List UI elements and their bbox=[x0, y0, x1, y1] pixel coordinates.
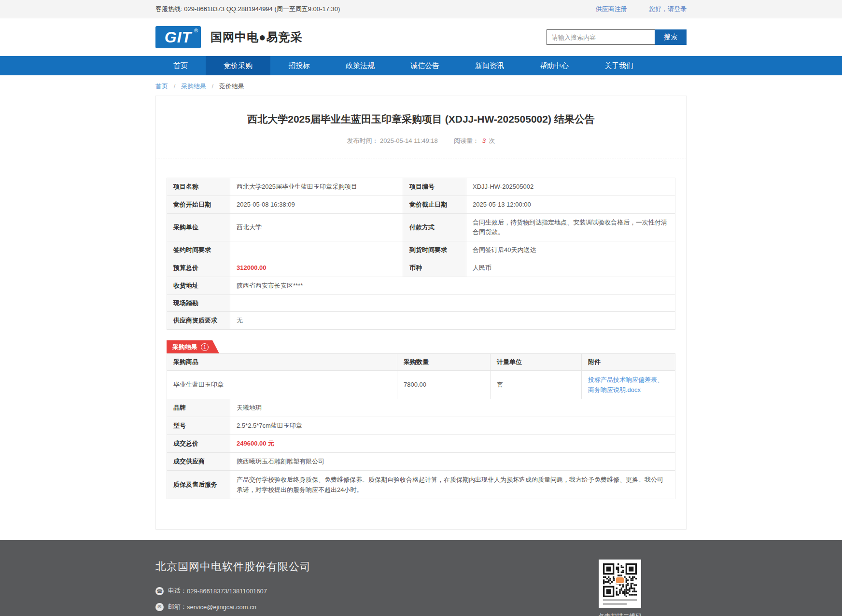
publish-time-value: 2025-05-14 11:49:18 bbox=[380, 137, 438, 144]
phone-label: 电话： bbox=[168, 587, 187, 595]
attachment-link[interactable]: 投标产品技术响应偏差表、商务响应说明.docx bbox=[588, 376, 663, 393]
search-bar: 搜索 bbox=[547, 29, 687, 45]
attr-value: 天曦地玥 bbox=[230, 399, 675, 417]
announcement-meta: 发布时间： 2025-05-14 11:49:18 阅读量： 3 次 bbox=[167, 126, 675, 158]
table-row: 预算总价 312000.00 币种 人民币 bbox=[167, 259, 675, 277]
qr-scan-caption: 点击扫描二维码 bbox=[581, 612, 659, 616]
attr-value: 陕西曦玥玉石雕刻雕塑有限公司 bbox=[230, 453, 675, 471]
detail-value: 人民币 bbox=[466, 259, 675, 277]
main-nav: 首页 竞价采购 招投标 政策法规 诚信公告 新闻资讯 帮助中心 关于我们 bbox=[0, 56, 842, 75]
detail-value: 无 bbox=[230, 312, 675, 330]
ribbon-count-badge: 1 bbox=[201, 343, 209, 351]
logo-registered-mark: ® bbox=[194, 28, 198, 33]
phone-icon: ☎ bbox=[155, 587, 164, 595]
detail-value: 2025-05-13 12:00:00 bbox=[466, 196, 675, 214]
product-unit: 套 bbox=[491, 371, 582, 399]
table-header-row: 采购商品 采购数量 计量单位 附件 bbox=[167, 354, 675, 371]
attachment-cell: 投标产品技术响应偏差表、商务响应说明.docx bbox=[582, 371, 675, 399]
qr-caption-line bbox=[603, 599, 637, 601]
footer-phone-row: ☎ 电话： 029-86618373/13811001607 bbox=[155, 587, 327, 595]
budget-total-value: 312000.00 bbox=[230, 259, 403, 277]
nav-item-integrity[interactable]: 诚信公告 bbox=[393, 56, 457, 75]
column-header: 附件 bbox=[582, 354, 675, 371]
detail-value: 西北大学 bbox=[230, 214, 403, 241]
column-header: 采购商品 bbox=[167, 354, 397, 371]
nav-item-home[interactable]: 首页 bbox=[155, 56, 206, 75]
detail-label: 到货时间要求 bbox=[403, 241, 466, 259]
product-qty: 7800.00 bbox=[397, 371, 491, 399]
breadcrumb-purchase-results[interactable]: 采购结果 bbox=[181, 83, 206, 90]
attr-value: 2.5*2.5*7cm蓝田玉印章 bbox=[230, 417, 675, 435]
site-header: GIT ® 国网中电●易竞采 搜索 bbox=[0, 18, 842, 56]
nav-item-bidding-purchase[interactable]: 竞价采购 bbox=[206, 56, 270, 75]
detail-label: 采购单位 bbox=[167, 214, 230, 241]
detail-value: 合同签订后40天内送达 bbox=[466, 241, 675, 259]
email-value: service@ejingcai.com.cn bbox=[187, 603, 256, 611]
logo-text: GIT bbox=[165, 28, 192, 46]
search-input[interactable] bbox=[547, 29, 655, 45]
product-name: 毕业生蓝田玉印章 bbox=[167, 371, 397, 399]
table-row: 质保及售后服务 产品交付学校验收后终身质保、免费维修保养。质保期自验收合格起计算… bbox=[167, 471, 675, 499]
views-label: 阅读量： bbox=[454, 137, 479, 144]
breadcrumb-home[interactable]: 首页 bbox=[155, 83, 168, 90]
table-row: 品牌 天曦地玥 bbox=[167, 399, 675, 417]
logo-git-icon: GIT ® bbox=[155, 26, 201, 48]
qr-code-card[interactable] bbox=[599, 560, 641, 608]
detail-label: 项目编号 bbox=[403, 178, 466, 196]
detail-label: 竞价开始日期 bbox=[167, 196, 230, 214]
table-row: 毕业生蓝田玉印章 7800.00 套 投标产品技术响应偏差表、商务响应说明.do… bbox=[167, 371, 675, 399]
purchase-result-ribbon: 采购结果 1 bbox=[167, 340, 219, 353]
nav-item-tender[interactable]: 招投标 bbox=[270, 56, 328, 75]
detail-label: 签约时间要求 bbox=[167, 241, 230, 259]
nav-item-policy[interactable]: 政策法规 bbox=[328, 56, 393, 75]
divider bbox=[156, 158, 686, 158]
table-row: 型号 2.5*2.5*7cm蓝田玉印章 bbox=[167, 417, 675, 435]
attr-label: 质保及售后服务 bbox=[167, 471, 230, 499]
nav-item-news[interactable]: 新闻资讯 bbox=[457, 56, 522, 75]
attr-label: 品牌 bbox=[167, 399, 230, 417]
breadcrumb-separator: / bbox=[212, 83, 214, 90]
column-header: 计量单位 bbox=[491, 354, 582, 371]
site-logo[interactable]: GIT ® 国网中电●易竞采 bbox=[155, 26, 303, 48]
publish-time-label: 发布时间： bbox=[347, 137, 378, 144]
top-bar: 客服热线: 029-86618373 QQ:2881944994 (周一至周五9… bbox=[0, 0, 842, 18]
table-row: 项目名称 西北大学2025届毕业生蓝田玉印章采购项目 项目编号 XDJJ-HW-… bbox=[167, 178, 675, 196]
search-button[interactable]: 搜索 bbox=[655, 29, 687, 45]
table-row: 成交供应商 陕西曦玥玉石雕刻雕塑有限公司 bbox=[167, 453, 675, 471]
footer-email-row: ✉ 邮箱： service@ejingcai.com.cn bbox=[155, 602, 327, 611]
login-link[interactable]: 您好，请登录 bbox=[649, 5, 687, 13]
table-row: 现场踏勘 bbox=[167, 295, 675, 312]
nav-item-help[interactable]: 帮助中心 bbox=[522, 56, 587, 75]
email-label: 邮箱： bbox=[168, 602, 187, 611]
breadcrumb: 首页 / 采购结果 / 竞价结果 bbox=[155, 75, 687, 96]
service-hotline: 客服热线: 029-86618373 QQ:2881944994 (周一至周五9… bbox=[155, 5, 340, 14]
detail-value: 合同生效后，待货物到达指定地点、安装调试验收合格后，一次性付清合同货款。 bbox=[466, 214, 675, 241]
detail-value: 2025-05-08 16:38:09 bbox=[230, 196, 403, 214]
breadcrumb-current: 竞价结果 bbox=[219, 83, 244, 90]
nav-item-about[interactable]: 关于我们 bbox=[587, 56, 651, 75]
site-name: 国网中电●易竞采 bbox=[210, 29, 303, 45]
footer-company-name: 北京国网中电软件股份有限公司 bbox=[155, 560, 327, 574]
deal-total-value: 249600.00 元 bbox=[230, 435, 675, 453]
detail-label: 预算总价 bbox=[167, 259, 230, 277]
ribbon-label: 采购结果 bbox=[172, 343, 197, 351]
breadcrumb-separator: / bbox=[174, 83, 176, 90]
attr-label: 型号 bbox=[167, 417, 230, 435]
detail-label: 收货地址 bbox=[167, 277, 230, 295]
table-row: 收货地址 陕西省西安市长安区**** bbox=[167, 277, 675, 295]
detail-value: 陕西省西安市长安区**** bbox=[230, 277, 675, 295]
table-row: 采购单位 西北大学 付款方式 合同生效后，待货物到达指定地点、安装调试验收合格后… bbox=[167, 214, 675, 241]
detail-label: 币种 bbox=[403, 259, 466, 277]
supplier-register-link[interactable]: 供应商注册 bbox=[595, 5, 627, 13]
views-count: 3 bbox=[482, 137, 486, 144]
attr-label: 成交供应商 bbox=[167, 453, 230, 471]
attr-label: 成交总价 bbox=[167, 435, 230, 453]
table-row: 竞价开始日期 2025-05-08 16:38:09 竞价截止日期 2025-0… bbox=[167, 196, 675, 214]
column-header: 采购数量 bbox=[397, 354, 491, 371]
views-unit: 次 bbox=[489, 137, 495, 144]
mail-icon: ✉ bbox=[155, 603, 164, 611]
detail-label: 供应商资质要求 bbox=[167, 312, 230, 330]
table-row: 供应商资质要求 无 bbox=[167, 312, 675, 330]
detail-value: 西北大学2025届毕业生蓝田玉印章采购项目 bbox=[230, 178, 403, 196]
page-title: 西北大学2025届毕业生蓝田玉印章采购项目 (XDJJ-HW-202505002… bbox=[167, 96, 675, 126]
